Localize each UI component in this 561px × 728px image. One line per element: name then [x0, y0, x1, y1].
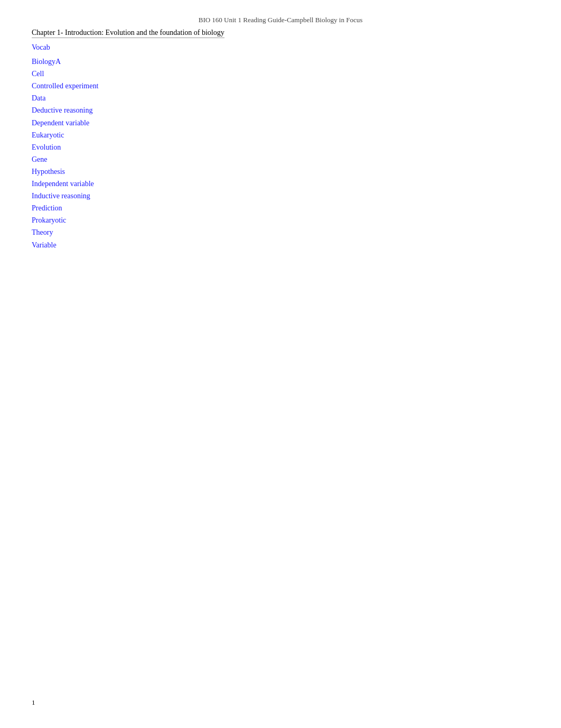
vocab-label: Vocab: [32, 41, 529, 53]
list-item: Prediction: [32, 202, 529, 214]
vocab-list: BiologyA Cell Controlled experiment Data…: [32, 56, 529, 251]
document-title: BIO 160 Unit 1 Reading Guide-Campbell Bi…: [199, 16, 363, 24]
chapter-title-block: Chapter 1- Introduction: Evolution and t…: [32, 29, 529, 41]
list-item: Evolution: [32, 141, 529, 153]
list-item: Controlled experiment: [32, 80, 529, 92]
chapter-title: Chapter 1- Introduction: Evolution and t…: [32, 29, 225, 38]
list-item: Hypothesis: [32, 165, 529, 178]
list-item: Dependent variable: [32, 117, 529, 129]
page-container: BIO 160 Unit 1 Reading Guide-Campbell Bi…: [0, 0, 561, 728]
list-item: Deductive reasoning: [32, 104, 529, 116]
list-item: Variable: [32, 239, 529, 251]
list-item: Gene: [32, 153, 529, 165]
list-item: BiologyA: [32, 56, 529, 68]
list-item: Independent variable: [32, 178, 529, 190]
list-item: Theory: [32, 226, 529, 238]
list-item: Inductive reasoning: [32, 190, 529, 202]
list-item: Eukaryotic: [32, 129, 529, 141]
page-number: 1: [32, 698, 35, 707]
list-item: Prokaryotic: [32, 214, 529, 226]
page-header: BIO 160 Unit 1 Reading Guide-Campbell Bi…: [32, 16, 529, 24]
list-item: Cell: [32, 68, 529, 80]
list-item: Data: [32, 92, 529, 104]
